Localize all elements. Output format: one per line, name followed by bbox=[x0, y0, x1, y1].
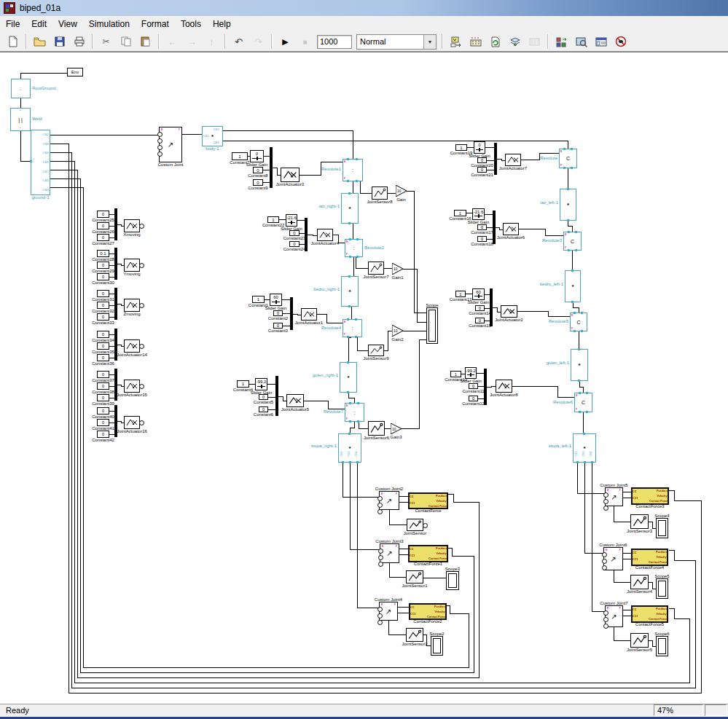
slider-gain2[interactable]: 60Slider Gain bbox=[270, 294, 282, 306]
paste-button[interactable] bbox=[136, 33, 154, 50]
scope6[interactable]: Scope6 bbox=[656, 636, 668, 656]
rg4-mux[interactable] bbox=[484, 369, 487, 405]
custom-joint[interactable]: BF↗Custom Joint bbox=[159, 127, 182, 162]
joint-sensor9[interactable]: JointSensor9 bbox=[368, 345, 384, 356]
sim-mode-select[interactable]: Normal▼ bbox=[356, 34, 437, 50]
revolute1[interactable]: :BFRevolute1 bbox=[343, 159, 363, 181]
ls1-mux[interactable] bbox=[114, 208, 117, 240]
rg2-mux[interactable] bbox=[493, 211, 496, 244]
slider-gain1[interactable]: -21.6Slider Gain bbox=[286, 214, 297, 227]
slider-gain3[interactable]: -99.2Slider Gain bbox=[255, 378, 267, 390]
rg1-mux[interactable] bbox=[494, 143, 497, 175]
joint-sensor2[interactable]: JointSensor2 bbox=[406, 628, 423, 642]
custom-joint6[interactable]: BF↗Custom Joint6 bbox=[603, 547, 623, 570]
diagram-canvas[interactable]: Env∴RootGround| |▪▪WeldCS2CS3CS4CS5CS7CS… bbox=[0, 52, 728, 704]
constant5[interactable]: 0Constant5 bbox=[259, 394, 268, 400]
custom-joint2[interactable]: BF↗Custom Joint2 bbox=[379, 491, 399, 510]
constant20[interactable]: 0Constant20 bbox=[477, 157, 487, 163]
contact-force5[interactable]: CCCC1PositionVelocityContact ForceContac… bbox=[631, 605, 668, 623]
slider-gain4[interactable]: 0Slider Gain bbox=[474, 141, 485, 154]
library-browser-button[interactable] bbox=[552, 33, 571, 50]
menu-tools[interactable]: Tools bbox=[175, 17, 207, 31]
joint-sensor6[interactable]: JointSensor6 bbox=[368, 421, 385, 436]
joint-sensor1[interactable]: JointSensor1 bbox=[406, 570, 423, 584]
debug-disable-button[interactable] bbox=[611, 33, 630, 50]
constant25[interactable]: 0Constant25 bbox=[97, 211, 109, 218]
body-1[interactable]: *CS1CS2CS3body-1 bbox=[202, 126, 223, 146]
revolute2[interactable]: :BFRevolute2 bbox=[345, 239, 363, 257]
taz-right[interactable]: *taz_right-1 bbox=[341, 193, 359, 224]
constant40[interactable]: 0Constant40 bbox=[97, 407, 109, 414]
constant35[interactable]: 0Constant35 bbox=[97, 342, 109, 350]
taz-left[interactable]: *taz_left-1 bbox=[560, 189, 576, 221]
constant23[interactable]: 0Constant23 bbox=[289, 230, 300, 236]
signal-selector-button[interactable] bbox=[447, 33, 465, 50]
gain1[interactable]: 10Gain1 bbox=[392, 263, 403, 275]
slider-gain5[interactable]: -21.6Slider Gain bbox=[472, 208, 485, 220]
bedro-left[interactable]: *bedro_left-1 bbox=[565, 270, 581, 302]
constant11[interactable]: 0Constant11 bbox=[469, 383, 478, 389]
constant33[interactable]: 0Constant33 bbox=[97, 313, 109, 321]
menu-format[interactable]: Format bbox=[136, 17, 175, 31]
contact-force3[interactable]: CCCC1PositionVelocityContact ForceContac… bbox=[631, 487, 669, 505]
scope[interactable]: Scope bbox=[426, 307, 438, 344]
constant1[interactable]: 1Constant1 bbox=[252, 296, 265, 303]
revolute6[interactable]: CBFRevolute6 bbox=[574, 393, 592, 412]
ground-1[interactable]: CS2CS3CS4CS5CS7CS6CS8ground-1 bbox=[31, 130, 50, 195]
gain2[interactable]: 10Gain2 bbox=[392, 325, 403, 337]
constant42[interactable]: 0Constant42 bbox=[97, 431, 109, 438]
joint-actuator3[interactable]: JointActuator3 bbox=[281, 168, 300, 182]
custom-joint3[interactable]: BF↗Custom Joint3 bbox=[380, 543, 399, 563]
mg2-mux[interactable] bbox=[305, 218, 308, 251]
ls3-mux[interactable] bbox=[114, 288, 117, 320]
constant39[interactable]: 0Constant39 bbox=[97, 394, 109, 401]
new-model-button[interactable] bbox=[4, 33, 22, 50]
save-model-button[interactable] bbox=[50, 33, 69, 50]
constant30[interactable]: 0Constant30 bbox=[97, 273, 109, 280]
scope2[interactable]: Scope2 bbox=[431, 636, 443, 656]
joint-actuator1[interactable]: JointActuator1 bbox=[301, 308, 317, 321]
joint-actuator4[interactable]: JointActuator4 bbox=[317, 229, 333, 241]
custom-joint4[interactable]: BF↗Custom Joint4 bbox=[379, 602, 398, 621]
ls4-mux[interactable] bbox=[114, 329, 117, 361]
revolute5[interactable]: CBFRevolute5 bbox=[570, 313, 587, 331]
constant6[interactable]: 0Constant6 bbox=[259, 406, 268, 412]
constant3[interactable]: 0Constant3 bbox=[273, 323, 283, 329]
constant26[interactable]: 0Constant26 bbox=[97, 222, 109, 229]
mg3-mux[interactable] bbox=[290, 297, 293, 330]
joint-sensor5[interactable]: JointSensor5 bbox=[630, 633, 649, 648]
menu-simulation[interactable]: Simulation bbox=[83, 17, 136, 31]
constant37[interactable]: 0Constant37 bbox=[97, 371, 109, 378]
joint-sensor[interactable]: JointSensor bbox=[407, 519, 423, 531]
scope4[interactable]: Scope4 bbox=[656, 518, 668, 538]
custom-joint5[interactable]: BF↗Custom Joint5 bbox=[605, 487, 623, 506]
constant12[interactable]: 0Constant12 bbox=[469, 396, 478, 401]
slider-gain6[interactable]: 60Slider Gain bbox=[472, 288, 485, 300]
constant22[interactable]: 1Constant22 bbox=[267, 216, 279, 223]
constant8[interactable]: 0Constant8 bbox=[253, 167, 263, 173]
print-button[interactable] bbox=[70, 33, 88, 50]
menu-help[interactable]: Help bbox=[207, 17, 237, 31]
ls5-mux[interactable] bbox=[114, 369, 117, 401]
open-model-button[interactable] bbox=[31, 33, 49, 50]
constant24[interactable]: 0Constant24 bbox=[289, 241, 300, 247]
menu-file[interactable]: File bbox=[0, 17, 26, 31]
revolute[interactable]: CBFRevolute bbox=[559, 149, 577, 168]
xmoving[interactable]: Xmoving bbox=[124, 219, 140, 232]
mg4-mux[interactable] bbox=[275, 376, 278, 416]
constant28[interactable]: 0.1Constant28 bbox=[97, 250, 109, 257]
joint-actuator15[interactable]: JointActuator15 bbox=[124, 380, 140, 393]
joint-actuator2[interactable]: JointActuator2 bbox=[501, 305, 517, 318]
scope5[interactable]: Scope5 bbox=[656, 578, 668, 599]
root-ground[interactable]: ∴RootGround bbox=[11, 79, 31, 98]
constant36[interactable]: 0Constant36 bbox=[97, 354, 109, 361]
stopa-right[interactable]: *CS2CS3CS4stopa_right-1 bbox=[338, 433, 361, 463]
joint-sensor7[interactable]: JointSensor7 bbox=[368, 262, 384, 275]
joint-actuator14[interactable]: JointActuator14 bbox=[124, 339, 140, 353]
revolute7[interactable]: :BFRevolute7 bbox=[345, 403, 364, 422]
joint-actuator7[interactable]: JointActuator7 bbox=[505, 154, 521, 166]
revolute3[interactable]: CBFRevolute3 bbox=[563, 232, 582, 251]
constant38[interactable]: 0Constant38 bbox=[97, 382, 109, 390]
joint-actuator16[interactable]: JointActuator16 bbox=[124, 416, 140, 429]
constant29[interactable]: 0Constant29 bbox=[97, 262, 109, 269]
